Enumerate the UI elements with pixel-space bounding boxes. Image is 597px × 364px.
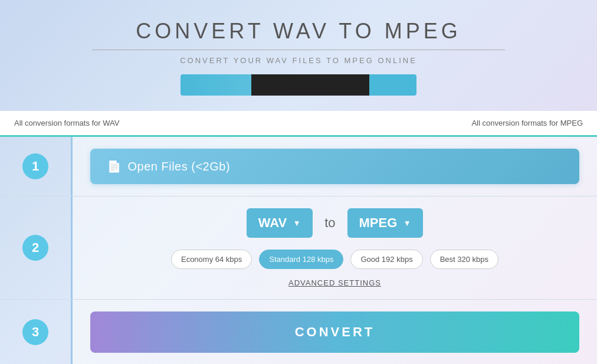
step-2-row: 2 WAV ▼ to MPEG ▼ Economy 64 kbps Standa… [0, 196, 597, 300]
quality-standard-button[interactable]: Standard 128 kbps [259, 250, 343, 269]
step-1-number-col: 1 [0, 137, 71, 196]
format-bar: All conversion formats for WAV All conve… [0, 111, 597, 137]
from-format-dropdown[interactable]: WAV ▼ [247, 208, 313, 238]
convert-button[interactable]: CONVERT [90, 311, 579, 353]
from-format-label: WAV [258, 215, 287, 231]
quality-options: Economy 64 kbps Standard 128 kbps Good 1… [90, 250, 579, 269]
conversion-row: WAV ▼ to MPEG ▼ [90, 208, 579, 238]
quality-economy-button[interactable]: Economy 64 kbps [171, 250, 252, 269]
format-bar-right-label[interactable]: All conversion formats for MPEG [471, 119, 583, 127]
upload-bar-decoration [181, 74, 416, 96]
page-subtitle: CONVERT YOUR WAV FILES TO MPEG ONLINE [0, 56, 597, 65]
to-format-label: MPEG [359, 215, 398, 231]
page-title: CONVERT WAV TO MPEG [0, 19, 597, 44]
quality-best-button[interactable]: Best 320 kbps [430, 250, 498, 269]
step-3-circle: 3 [22, 319, 48, 345]
from-format-chevron-icon: ▼ [293, 218, 301, 228]
step-3-row: 3 CONVERT [0, 300, 597, 364]
main-content: 1 📄 Open Files (<2Gb) 2 WAV ▼ to MPEG ▼ [0, 137, 597, 364]
step-3-number-col: 3 [0, 300, 71, 364]
open-files-button[interactable]: 📄 Open Files (<2Gb) [90, 149, 579, 184]
to-text: to [324, 215, 335, 231]
step-3-content: CONVERT [71, 300, 597, 364]
format-bar-left-label[interactable]: All conversion formats for WAV [14, 119, 119, 127]
step-1-circle: 1 [22, 153, 48, 179]
step-1-row: 1 📄 Open Files (<2Gb) [0, 137, 597, 196]
header-divider [92, 50, 505, 50]
advanced-settings-link[interactable]: ADVANCED SETTINGS [90, 278, 579, 287]
step-2-number-col: 2 [0, 196, 71, 299]
step-1-content: 📄 Open Files (<2Gb) [71, 137, 597, 196]
to-format-dropdown[interactable]: MPEG ▼ [347, 208, 424, 238]
step-2-content: WAV ▼ to MPEG ▼ Economy 64 kbps Standard… [71, 196, 597, 299]
to-format-chevron-icon: ▼ [403, 218, 411, 228]
open-files-label: Open Files (<2Gb) [128, 160, 231, 173]
step-2-circle: 2 [22, 235, 48, 261]
quality-good-button[interactable]: Good 192 kbps [350, 250, 422, 269]
page-header: CONVERT WAV TO MPEG CONVERT YOUR WAV FIL… [0, 0, 597, 111]
file-icon: 📄 [107, 159, 122, 173]
